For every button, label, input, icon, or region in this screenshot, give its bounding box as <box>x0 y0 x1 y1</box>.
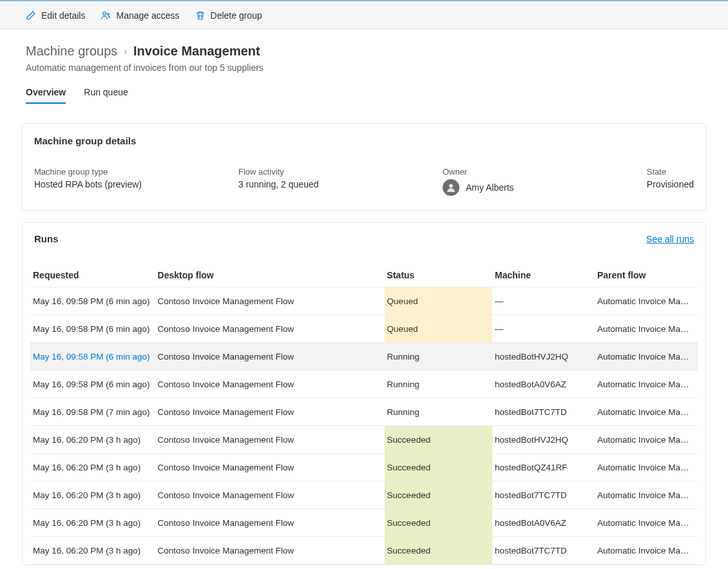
col-requested[interactable]: Requested <box>30 264 155 287</box>
cell-requested: May 16, 09:58 PM (6 min ago) <box>30 315 155 343</box>
activity-value: 3 running, 2 queued <box>238 179 430 189</box>
cell-desktop-flow: Contoso Invoice Management Flow <box>155 315 385 343</box>
people-icon <box>101 10 111 21</box>
cell-requested: May 16, 06:20 PM (3 h ago) <box>30 481 155 509</box>
cell-machine: hostedBot7TC7TD <box>492 537 595 564</box>
cell-parent-flow: Automatic Invoice Manage... <box>595 398 698 426</box>
command-bar: Edit details Manage access Delete group <box>0 1 728 30</box>
manage-access-label: Manage access <box>116 10 179 21</box>
owner-value: Amy Alberts <box>466 182 514 193</box>
cell-desktop-flow: Contoso Invoice Management Flow <box>155 371 385 398</box>
runs-table: Requested Desktop flow Status Machine Pa… <box>30 264 698 564</box>
cell-parent-flow: Automatic Invoice Manage... <box>595 426 698 454</box>
trash-icon <box>195 10 206 21</box>
runs-card: Runs See all runs Requested Desktop flow… <box>22 222 706 565</box>
cell-parent-flow: Automatic Invoice Manage... <box>595 537 698 564</box>
edit-details-button[interactable]: Edit details <box>26 10 85 21</box>
tab-overview[interactable]: Overview <box>26 87 66 104</box>
cell-machine: hostedBotQZ41RF <box>492 454 595 481</box>
type-value: Hosted RPA bots (preview) <box>34 179 225 189</box>
table-row[interactable]: May 16, 09:58 PM (6 min ago)Contoso Invo… <box>30 343 698 371</box>
col-status[interactable]: Status <box>385 264 492 287</box>
cell-parent-flow: Automatic Invoice Manage... <box>595 481 698 509</box>
tab-run-queue[interactable]: Run queue <box>84 87 128 104</box>
table-row[interactable]: May 16, 06:20 PM (3 h ago)Contoso Invoic… <box>30 426 698 454</box>
cell-machine: hostedBotHVJ2HQ <box>492 426 595 454</box>
table-row[interactable]: May 16, 09:58 PM (6 min ago)Contoso Invo… <box>30 315 698 343</box>
cell-status: Running <box>385 343 492 371</box>
cell-status: Succeeded <box>385 509 492 537</box>
cell-desktop-flow: Contoso Invoice Management Flow <box>155 398 385 426</box>
cell-desktop-flow: Contoso Invoice Management Flow <box>155 537 385 564</box>
cell-requested: May 16, 06:20 PM (3 h ago) <box>30 426 155 454</box>
runs-title: Runs <box>34 233 59 244</box>
table-row[interactable]: May 16, 09:58 PM (7 min ago)Contoso Invo… <box>30 398 698 426</box>
cell-status: Succeeded <box>385 537 492 564</box>
table-row[interactable]: May 16, 06:20 PM (3 h ago)Contoso Invoic… <box>30 537 698 564</box>
cell-parent-flow: Automatic Invoice Manage... <box>595 371 698 398</box>
table-row[interactable]: May 16, 09:58 PM (6 min ago)Contoso Invo… <box>30 287 698 315</box>
owner-label: Owner <box>443 167 634 177</box>
cell-status: Running <box>385 371 492 398</box>
cell-requested: May 16, 06:20 PM (3 h ago) <box>30 509 155 537</box>
cell-machine: hostedBot7TC7TD <box>492 481 595 509</box>
table-row[interactable]: May 16, 06:20 PM (3 h ago)Contoso Invoic… <box>30 454 698 481</box>
breadcrumb-parent[interactable]: Machine groups <box>26 44 117 59</box>
svg-point-0 <box>103 12 106 15</box>
delete-group-label: Delete group <box>211 10 262 21</box>
type-label: Machine group type <box>34 167 225 177</box>
person-icon <box>446 182 456 193</box>
chevron-right-icon: › <box>124 46 127 57</box>
table-row[interactable]: May 16, 09:58 PM (6 min ago)Contoso Invo… <box>30 371 698 398</box>
cell-desktop-flow: Contoso Invoice Management Flow <box>155 343 385 371</box>
cell-requested: May 16, 06:20 PM (3 h ago) <box>30 454 155 481</box>
cell-requested: May 16, 09:58 PM (7 min ago) <box>30 398 155 426</box>
pencil-icon <box>26 10 36 21</box>
cell-desktop-flow: Contoso Invoice Management Flow <box>155 481 385 509</box>
avatar <box>443 179 459 196</box>
cell-machine: hostedBotHVJ2HQ <box>492 343 595 371</box>
activity-label: Flow activity <box>238 167 430 177</box>
details-title: Machine group details <box>23 124 705 146</box>
cell-requested: May 16, 06:20 PM (3 h ago) <box>30 537 155 564</box>
cell-machine: hostedBot7TC7TD <box>492 398 595 426</box>
cell-status: Succeeded <box>385 454 492 481</box>
col-desktop-flow[interactable]: Desktop flow <box>155 264 385 287</box>
cell-desktop-flow: Contoso Invoice Management Flow <box>155 426 385 454</box>
cell-requested: May 16, 09:58 PM (6 min ago) <box>30 287 155 315</box>
cell-status: Running <box>385 398 492 426</box>
col-parent-flow[interactable]: Parent flow <box>595 264 698 287</box>
see-all-runs-link[interactable]: See all runs <box>646 234 694 244</box>
cell-status: Queued <box>385 315 492 343</box>
cell-desktop-flow: Contoso Invoice Management Flow <box>155 287 385 315</box>
col-machine[interactable]: Machine <box>492 264 595 287</box>
table-row[interactable]: May 16, 06:20 PM (3 h ago)Contoso Invoic… <box>30 481 698 509</box>
edit-details-label: Edit details <box>41 10 85 21</box>
page-title: Invoice Management <box>133 44 260 59</box>
cell-machine: hostedBotA0V6AZ <box>492 371 595 398</box>
cell-machine: — <box>492 287 595 315</box>
cell-desktop-flow: Contoso Invoice Management Flow <box>155 509 385 537</box>
state-label: State <box>647 167 694 177</box>
state-value: Provisioned <box>647 179 694 189</box>
machine-group-details-card: Machine group details Machine group type… <box>22 123 706 211</box>
breadcrumb: Machine groups › Invoice Management <box>26 44 702 59</box>
cell-status: Succeeded <box>385 426 492 454</box>
cell-parent-flow: Automatic Invoice Manage... <box>595 287 698 315</box>
cell-parent-flow: Automatic Invoice Manage... <box>595 343 698 371</box>
cell-machine: hostedBotA0V6AZ <box>492 509 595 537</box>
page-subtitle: Automatic management of invoices from ou… <box>26 63 702 73</box>
cell-status: Succeeded <box>385 481 492 509</box>
manage-access-button[interactable]: Manage access <box>101 10 179 21</box>
cell-machine: — <box>492 315 595 343</box>
cell-requested: May 16, 09:58 PM (6 min ago) <box>30 343 155 371</box>
cell-requested: May 16, 09:58 PM (6 min ago) <box>30 371 155 398</box>
delete-group-button[interactable]: Delete group <box>195 10 262 21</box>
cell-status: Queued <box>385 287 492 315</box>
cell-parent-flow: Automatic Invoice Manage... <box>595 454 698 481</box>
svg-point-2 <box>449 184 453 188</box>
svg-point-1 <box>108 13 110 15</box>
cell-parent-flow: Automatic Invoice Manage... <box>595 315 698 343</box>
table-row[interactable]: May 16, 06:20 PM (3 h ago)Contoso Invoic… <box>30 509 698 537</box>
cell-parent-flow: Automatic Invoice Manage... <box>595 509 698 537</box>
